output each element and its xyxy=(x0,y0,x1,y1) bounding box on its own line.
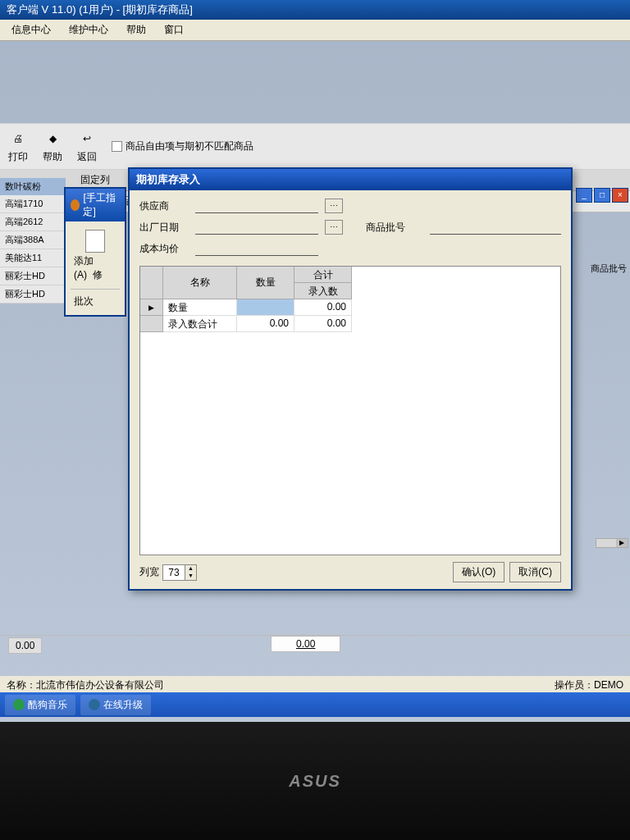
table-row[interactable]: 录入数合计 0.00 0.00 xyxy=(140,316,560,332)
minimize-button[interactable]: _ xyxy=(576,188,592,203)
grid-corner xyxy=(140,267,163,299)
grid-header-qty[interactable]: 数量 xyxy=(237,267,294,299)
taskbar-item-update[interactable]: 在线升级 xyxy=(80,695,151,715)
print-button[interactable]: 🖨 打印 xyxy=(8,129,28,164)
music-icon xyxy=(13,699,25,710)
list-item[interactable]: 高端1710 xyxy=(0,195,66,213)
menu-help[interactable]: 帮助 xyxy=(118,21,154,39)
factory-date-input[interactable] xyxy=(195,220,318,235)
grid-header-name[interactable]: 名称 xyxy=(163,267,237,299)
spin-down-icon[interactable]: ▼ xyxy=(185,573,196,580)
help-icon: ◆ xyxy=(43,129,62,148)
document-icon xyxy=(85,230,105,253)
supplier-browse-button[interactable]: ⋯ xyxy=(325,199,343,213)
operator-name: 操作员：DEMO xyxy=(555,678,623,692)
printer-icon: 🖨 xyxy=(8,129,28,148)
row-indicator: ▶ xyxy=(140,299,163,316)
app-title-bar: 客户端 V 11.0) (1用户) - [期初库存商品] xyxy=(0,0,630,20)
row-header xyxy=(140,316,163,332)
factory-date-label: 出厂日期 xyxy=(139,221,189,235)
list-item[interactable]: 高端2612 xyxy=(0,213,66,231)
stock-grid[interactable]: 名称 数量 合计 录入数 ▶ 数量 0.00 录入数合计 0.00 xyxy=(139,266,561,555)
grid-cell[interactable]: 录入数合计 xyxy=(163,316,237,332)
col-width-spinner[interactable]: 73 ▲ ▼ xyxy=(162,564,197,581)
grid-header-total[interactable]: 合计 录入数 xyxy=(294,267,352,299)
taskbar-item-music[interactable]: 酷狗音乐 xyxy=(5,695,75,715)
grid-cell[interactable]: 数量 xyxy=(163,299,237,316)
product-batch-input[interactable] xyxy=(430,220,561,235)
list-item[interactable]: 丽彩士HD xyxy=(0,267,66,285)
initial-stock-dialog: 期初库存录入 供应商 ⋯ 出厂日期 ⋯ 商品批号 成本均价 名 xyxy=(128,167,573,591)
table-row[interactable]: ▶ 数量 0.00 xyxy=(140,299,560,316)
supplier-input[interactable] xyxy=(195,199,318,213)
back-button[interactable]: ↩ 返回 xyxy=(77,129,97,164)
status-mid-value: 0.00 xyxy=(271,636,340,652)
col-width-label: 列宽 xyxy=(139,565,159,579)
scroll-right-icon[interactable]: ▶ xyxy=(616,539,628,547)
product-batch-label: 商品批号 xyxy=(366,221,423,235)
cancel-button[interactable]: 取消(C) xyxy=(509,562,561,582)
right-column-label: 商品批号 xyxy=(591,262,627,275)
monitor-bezel: ASUS xyxy=(0,722,630,840)
mismatch-checkbox-label: 商品自由项与期初不匹配商品 xyxy=(126,139,253,153)
taskbar: 酷狗音乐 在线升级 xyxy=(0,692,630,717)
batch-label: 批次 xyxy=(71,293,120,310)
status-bar: 0.00 0.00 xyxy=(0,635,630,655)
col-width-control: 列宽 73 ▲ ▼ xyxy=(139,564,197,581)
grid-cell[interactable]: 0.00 xyxy=(294,299,352,316)
maximize-button[interactable]: □ xyxy=(594,188,610,203)
supplier-label: 供应商 xyxy=(139,199,189,213)
menu-window[interactable]: 窗口 xyxy=(156,21,192,39)
list-item[interactable]: 美能达11 xyxy=(0,249,66,267)
company-name: 名称：北流市伟信办公设备有限公司 xyxy=(7,678,164,692)
status-left-value: 0.00 xyxy=(8,637,42,654)
dialog-title[interactable]: 期初库存录入 xyxy=(130,169,571,190)
manual-dialog-title[interactable]: [手工指定] xyxy=(66,189,125,221)
add-button[interactable]: 添加(A) 修 xyxy=(71,226,120,285)
fixed-col-tab[interactable]: 固定列 xyxy=(80,173,110,187)
background-product-list: 数叶碳粉 高端1710 高端2612 高端388A 美能达11 丽彩士HD 丽彩… xyxy=(0,178,66,304)
checkbox-icon[interactable] xyxy=(112,141,122,152)
grid-cell[interactable]: 0.00 xyxy=(294,316,352,332)
window-controls: _ □ × xyxy=(576,188,628,203)
monitor-brand: ASUS xyxy=(289,772,341,791)
mismatch-checkbox-item[interactable]: 商品自由项与期初不匹配商品 xyxy=(112,139,253,153)
date-browse-button[interactable]: ⋯ xyxy=(325,220,343,235)
app-menu-bar: 信息中心 维护中心 帮助 窗口 xyxy=(0,20,630,41)
cost-avg-label: 成本均价 xyxy=(139,242,189,256)
grid-cell[interactable]: 0.00 xyxy=(237,316,294,332)
list-item[interactable]: 高端388A xyxy=(0,231,66,249)
col-width-value[interactable]: 73 xyxy=(163,565,185,580)
dialog-icon xyxy=(71,199,80,211)
manual-assign-dialog: [手工指定] 添加(A) 修 批次 xyxy=(64,187,126,317)
menu-info[interactable]: 信息中心 xyxy=(3,21,59,39)
horizontal-scrollbar[interactable]: ▶ xyxy=(596,538,628,548)
update-icon xyxy=(89,699,100,710)
back-icon: ↩ xyxy=(77,129,97,148)
list-item[interactable]: 丽彩士HD xyxy=(0,285,66,304)
main-toolbar: 🖨 打印 ◆ 帮助 ↩ 返回 商品自由项与期初不匹配商品 xyxy=(0,123,630,170)
cost-avg-input[interactable] xyxy=(195,241,318,256)
bg-list-header: 数叶碳粉 xyxy=(0,178,66,195)
help-button[interactable]: ◆ 帮助 xyxy=(43,129,62,164)
confirm-button[interactable]: 确认(O) xyxy=(453,562,504,582)
spin-up-icon[interactable]: ▲ xyxy=(185,565,196,573)
grid-cell-active[interactable] xyxy=(237,299,294,316)
close-button[interactable]: × xyxy=(612,188,628,203)
menu-maintain[interactable]: 维护中心 xyxy=(61,21,116,39)
